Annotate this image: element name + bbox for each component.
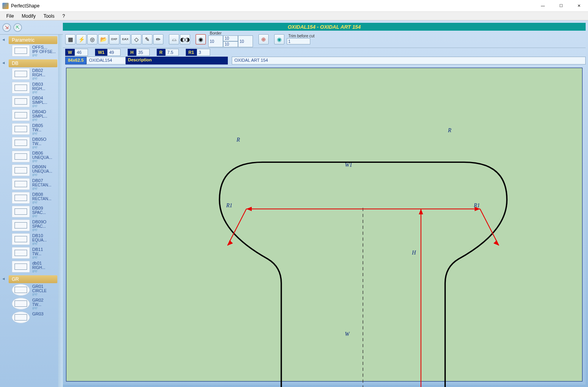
label-W1: W1 [345,162,352,168]
open-icon[interactable]: 📂 [98,34,108,44]
sidebar-item-gr02[interactable]: GR02 TW... IPF [12,298,58,311]
shape-thumb [12,82,30,94]
category-parametric[interactable]: Parametric [9,36,57,44]
svg-marker-14 [227,240,233,246]
sidebar-item-gr03[interactable]: GR03 [12,311,58,323]
sidebar-item-db08[interactable]: DB08 RECTAN... IPF [12,192,58,205]
param-W[interactable]: 46 [75,49,88,56]
maximize-button[interactable]: ☐ [552,0,570,12]
sidebar-item-gr01[interactable]: GR01 CIRCLE IPF [12,284,58,297]
shape-tag: IPF [32,146,46,150]
sidebar-item-db09o[interactable]: DB09O SPAC... IPF [12,219,58,232]
sidebar-item-offset[interactable]: OFFS... IPF OFFSE... IPF [12,45,58,58]
shape-code: DB04 [32,96,47,100]
minimize-button[interactable]: — [534,0,552,12]
shape-tag: IPF [32,293,47,297]
sidebar-item-db10[interactable]: DB10 EQUA... IPF [12,233,58,246]
border-top[interactable]: 10 [223,35,238,41]
shape-tag: IPF [32,215,46,219]
param-W1-label: W1 [95,49,107,56]
sidebar-item-db06[interactable]: DB06 UNEQUA... IPF [12,151,58,164]
svg-marker-2 [246,207,252,211]
shape-tag: IPF [32,91,45,95]
bolt-icon[interactable]: ⚡ [76,34,86,44]
menu-file[interactable]: File [2,12,18,20]
target-icon[interactable]: ◎ [87,34,97,44]
shape-code: GR01 [32,284,47,289]
sidebar-item-db09[interactable]: DB09 SPAC... IPF [12,206,58,219]
main: OXIDAL154 - OXIDAL ART 154 ▦ ⚡ ◎ 📂 DXF E… [63,23,586,385]
eax-icon[interactable]: EAX [120,34,130,44]
shape-code: DB09O [32,219,46,224]
shape-tag: IPF [32,256,43,260]
sidebar-list[interactable]: Parametric OFFS... IPF OFFSE... IPF DB D… [0,35,63,387]
shape-code: DB10 [32,233,47,238]
sidebar-item-db04[interactable]: DB04 SIMPL... IPF [12,96,58,109]
content: ⇲ ⇱ Parametric OFFS... IPF OFFSE... IPF … [0,20,588,387]
shape-tag: IPF [32,118,47,122]
border-bottom[interactable]: 10 [223,41,238,47]
shape-thumb [12,178,30,190]
pencil-icon[interactable]: ✎ [142,34,152,44]
sidebar-item-db11[interactable]: DB11 TW... IPF [12,247,58,260]
sidebar-item-db05o[interactable]: DB05O TW... IPF [12,137,58,150]
menu-modify[interactable]: Modify [18,12,39,20]
shape-thumb [12,219,30,231]
sidebar-item-db06n[interactable]: DB06N UNEQUA... IPF [12,164,58,177]
mirror-icon[interactable]: ◐◑ [180,34,190,44]
sidebar-item-db04d[interactable]: DB04D SIMPL... IPF [12,109,58,122]
window-controls: — ☐ ✕ [534,0,588,12]
label-H: H [412,250,416,256]
param-H[interactable]: 35 [136,49,150,56]
trim-value[interactable]: 1 [287,38,310,44]
edit-icon[interactable]: ✏ [153,34,163,44]
bluecircle-icon[interactable]: ◉ [274,34,284,44]
category-db[interactable]: DB [9,59,57,67]
shape-tag: IPF [32,270,45,274]
shape-thumb [12,192,30,204]
menu-tools[interactable]: Tools [40,12,59,20]
shape-code: DB06 [32,151,52,155]
sidebar-top: ⇲ ⇱ [0,20,63,35]
param-R1[interactable]: 3 [197,49,210,56]
label-R-right: R [448,127,452,134]
param-W1[interactable]: 49 [107,49,121,56]
label-R1-left: R1 [226,203,233,209]
collapse-in-icon[interactable]: ⇲ [2,23,11,32]
sidebar-item-db01[interactable]: db01 RIGH... IPF [12,261,58,274]
close-button[interactable]: ✕ [570,0,588,12]
caliper-icon[interactable]: ⌓ [169,34,179,44]
param-R1-label: R1 [186,49,197,56]
sidebar-item-db05[interactable]: DB05 TW... IPF [12,123,58,136]
info-name[interactable]: OXIDAL154 [86,57,126,64]
expand-out-icon[interactable]: ⇱ [13,23,22,32]
param-H-label: H [128,49,136,56]
trim-label: Trim before cut [287,34,316,38]
info-desc[interactable]: OXIDAL ART 154 [232,57,586,64]
category-gr[interactable]: GR [9,275,57,283]
erase-icon[interactable]: ◇ [131,34,141,44]
sidebar-item-db03[interactable]: DB03 RIGH... IPF [12,82,58,95]
param-R[interactable]: 7.5 [165,49,179,56]
dxf-icon[interactable]: DXF [109,34,119,44]
shape-tag: IPF [32,201,51,205]
label-R-left: R [236,137,240,143]
sidebar-scrollbar[interactable] [58,35,63,387]
shape-code: OFFS... [32,45,56,50]
label-W: W [345,331,350,337]
shape-thumb [12,261,30,273]
shape-thumb [12,298,30,310]
svg-line-13 [227,209,246,245]
grid-icon[interactable]: ▦ [65,34,75,44]
shape-code: DB05 [32,123,43,128]
redcircle-icon[interactable]: ◉ [196,34,206,44]
sidebar-item-db07[interactable]: DB07 RECTAN... IPF [12,178,58,191]
border-left[interactable]: 10 [208,35,223,47]
titlebar: PerfectShape — ☐ ✕ [0,0,588,12]
border-right[interactable]: 10 [238,35,253,47]
sidebar-item-db02[interactable]: DB02 RIGH... IPF [12,68,58,81]
menu-help[interactable]: ? [59,12,69,20]
center-icon[interactable]: ⊕ [258,34,269,44]
canvas[interactable]: R R R1 R1 W1 H W [66,68,583,381]
shape-code: DB06N [32,164,52,169]
